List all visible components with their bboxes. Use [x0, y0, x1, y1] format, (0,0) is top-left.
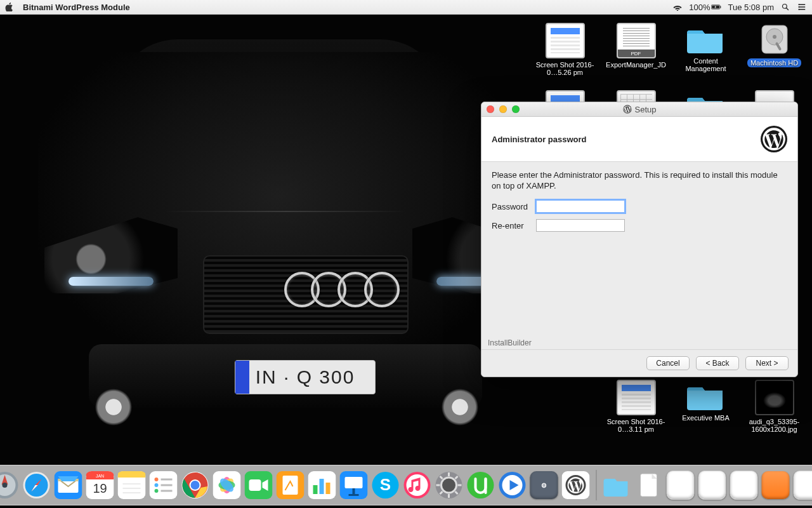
dock-chrome-icon[interactable] — [181, 471, 209, 499]
svg-rect-61 — [249, 479, 261, 491]
next-button[interactable]: Next > — [745, 356, 789, 370]
window-title-text: Setup — [635, 105, 657, 114]
reenter-password-input[interactable] — [536, 219, 625, 232]
dock-mediaplayer-icon[interactable] — [499, 471, 527, 499]
wordpress-logo-icon — [761, 126, 787, 152]
folder-icon — [687, 380, 725, 411]
dock-settings-icon[interactable] — [435, 471, 463, 499]
svg-rect-69 — [345, 477, 363, 488]
harddrive-icon — [758, 23, 791, 56]
setup-instructions: Please enter the Administrator password.… — [492, 170, 787, 191]
dock-keynote-icon[interactable] — [340, 471, 368, 499]
svg-rect-66 — [320, 479, 324, 494]
dock-safari-icon[interactable] — [23, 471, 51, 499]
dock-photos-icon[interactable] — [213, 471, 241, 499]
spotlight-icon[interactable] — [780, 3, 790, 11]
setup-heading: Administrator password — [492, 135, 587, 144]
svg-rect-65 — [313, 485, 318, 494]
dock-notes-icon[interactable] — [118, 471, 146, 499]
desktop-item-pdf[interactable]: ExportManager_JD — [603, 23, 669, 69]
menubar: Bitnami WordPress Module 100% Tue 5:08 p… — [0, 0, 812, 15]
dock-minimized-window-2[interactable] — [698, 471, 726, 499]
image-icon — [755, 380, 794, 415]
pdf-icon — [617, 23, 656, 58]
reenter-password-label: Re-enter — [492, 221, 531, 231]
dock-skype-icon[interactable]: S — [372, 471, 400, 499]
dock-minimized-window-4[interactable] — [794, 471, 813, 499]
dock-wordpress-admin-icon[interactable] — [562, 471, 590, 499]
folder-icon — [687, 23, 725, 55]
svg-text:S: S — [380, 475, 391, 494]
svg-point-8 — [799, 4, 800, 5]
dock-separator — [596, 470, 597, 500]
dock: JAN19 S ⚙︎ — [0, 465, 812, 505]
apple-menu-icon[interactable] — [5, 3, 14, 11]
dock-utorrent-icon[interactable] — [467, 471, 495, 499]
wordpress-icon — [623, 105, 632, 114]
desktop-item-label: Screen Shot 2016-0…5.26 pm — [532, 61, 598, 76]
dock-document-icon[interactable] — [635, 471, 663, 499]
desktop-item-screenshot[interactable]: Screen Shot 2016-0…5.26 pm — [532, 23, 598, 76]
back-button[interactable]: < Back — [696, 356, 739, 370]
desktop-item-label: Executive MBA — [682, 414, 730, 422]
battery-percent-label: 100% — [689, 3, 710, 12]
desktop-item-folder[interactable]: Executive MBA — [672, 380, 739, 422]
desktop-item-label: audi_q3_53395-1600x1200.jpg — [741, 418, 808, 433]
svg-point-46 — [155, 483, 159, 487]
wifi-icon[interactable] — [672, 3, 683, 11]
svg-text:JAN: JAN — [96, 474, 104, 478]
svg-rect-40 — [118, 475, 146, 478]
svg-line-4 — [787, 8, 789, 10]
window-titlebar[interactable]: Setup — [481, 102, 797, 117]
dock-app-generic-1[interactable]: ⚙︎ — [530, 471, 558, 499]
svg-point-47 — [155, 489, 159, 493]
desktop-item-label: Machintosh HD — [747, 58, 801, 67]
desktop-item-screenshot[interactable]: Screen Shot 2016-0…3.11 pm — [603, 380, 669, 433]
dock-facetime-icon[interactable] — [245, 471, 273, 499]
setup-header: Administrator password — [481, 117, 797, 162]
desktop-item-label: Content Management — [672, 57, 739, 72]
svg-rect-67 — [326, 483, 331, 494]
svg-point-9 — [799, 6, 800, 8]
dock-calendar-icon[interactable]: JAN19 — [86, 471, 114, 499]
svg-rect-1 — [721, 6, 721, 8]
svg-point-77 — [442, 478, 457, 493]
dock-minimized-xampp-icon[interactable] — [762, 471, 790, 499]
cancel-button[interactable]: Cancel — [646, 356, 690, 370]
dock-reminders-icon[interactable] — [150, 471, 178, 499]
dock-itunes-icon[interactable] — [403, 471, 431, 499]
svg-rect-63 — [283, 476, 298, 495]
password-label: Password — [492, 202, 531, 211]
dock-mail-icon[interactable] — [55, 471, 82, 499]
menubar-clock[interactable]: Tue 5:08 pm — [728, 3, 774, 12]
password-input[interactable] — [536, 200, 625, 213]
svg-point-25 — [3, 483, 8, 488]
dock-launchpad-icon[interactable] — [0, 471, 19, 499]
svg-point-54 — [191, 481, 200, 490]
screenshot-icon — [617, 380, 656, 415]
svg-point-45 — [155, 478, 159, 481]
svg-point-75 — [407, 474, 428, 496]
svg-rect-70 — [353, 488, 355, 495]
desktop-item-label: ExportManager_JD — [606, 61, 666, 69]
svg-text:19: 19 — [93, 481, 107, 495]
installer-brand-label: InstallBuilder — [488, 338, 532, 347]
desktop-item-label: Screen Shot 2016-0…3.11 pm — [603, 418, 669, 433]
svg-rect-71 — [349, 494, 359, 496]
desktop-item-harddrive[interactable]: Machintosh HD — [741, 23, 808, 67]
battery-status[interactable]: 100% — [689, 3, 721, 12]
svg-point-10 — [799, 9, 800, 10]
dock-downloads-folder-icon[interactable] — [603, 471, 631, 499]
setup-window: Setup Administrator password Please ente… — [481, 102, 798, 377]
dock-minimized-window-3[interactable] — [730, 471, 758, 499]
dock-numbers-icon[interactable] — [308, 471, 336, 499]
dock-minimized-window-1[interactable] — [667, 471, 695, 499]
setup-button-row: Cancel < Back Next > — [481, 349, 797, 377]
notification-center-icon[interactable] — [797, 3, 807, 11]
screenshot-icon — [546, 23, 585, 58]
desktop-item-folder[interactable]: Content Management — [672, 23, 739, 72]
active-app-name[interactable]: Bitnami WordPress Module — [23, 3, 130, 12]
dock-pages-icon[interactable] — [277, 471, 304, 499]
desktop-item-image[interactable]: audi_q3_53395-1600x1200.jpg — [741, 380, 808, 433]
svg-point-13 — [773, 35, 776, 39]
